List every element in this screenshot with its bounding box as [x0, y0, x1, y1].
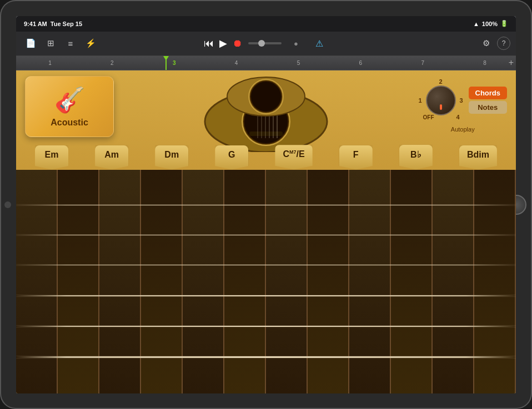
chord-em-label: Em: [35, 145, 68, 170]
playhead: [165, 56, 167, 70]
chord-cm7e-label: CM7/E: [275, 145, 312, 169]
tick-1: 1: [19, 60, 81, 66]
tick-7: 7: [392, 60, 454, 66]
play-button[interactable]: ▶: [219, 37, 227, 49]
chord-bdim-label: Bdim: [459, 145, 497, 170]
knob-indicator: [440, 104, 442, 110]
metronome-button[interactable]: ⚠: [310, 34, 328, 52]
playhead-arrow: [163, 56, 169, 60]
chord-key-am[interactable]: Am: [95, 145, 128, 170]
chord-key-dm[interactable]: Dm: [155, 145, 188, 170]
toolbar-left: 📄 ⊞ ≡ ⚡: [22, 34, 99, 52]
volume-slider[interactable]: [248, 42, 282, 44]
string-5: [16, 326, 516, 327]
notes-button[interactable]: Notes: [469, 101, 508, 114]
tracks-button[interactable]: ≡: [62, 34, 79, 52]
autoplay-pos-off: OFF: [423, 114, 434, 120]
chord-dm-label: Dm: [155, 145, 188, 170]
svg-point-12: [250, 81, 282, 112]
chords-button[interactable]: Chords: [469, 87, 508, 99]
instrument-name: Acoustic: [51, 118, 88, 128]
string-6: [16, 356, 516, 358]
guitar-icon: 🎸: [54, 85, 85, 114]
fretboard[interactable]: [16, 170, 516, 393]
chord-key-g[interactable]: G: [215, 145, 248, 170]
record-button[interactable]: ⏺: [233, 38, 243, 49]
status-left: 9:41 AM Tue Sep 15: [24, 21, 82, 27]
autoplay-pos-2: 2: [439, 78, 442, 85]
autoplay-label: Autoplay: [451, 126, 475, 133]
chord-g-label: G: [215, 145, 248, 170]
chord-key-bb[interactable]: B♭: [399, 145, 433, 170]
autoplay-controls-row: 2 1 3 OFF 4 Chords Notes: [419, 78, 508, 123]
status-right: ▲ 100% 🔋: [473, 20, 508, 27]
toolbar-right: ⚙ ?: [477, 34, 510, 52]
autoplay-pos-4: 4: [456, 114, 459, 120]
mixer-button[interactable]: ⚡: [82, 34, 99, 52]
chord-bb-label: B♭: [399, 145, 433, 170]
chord-key-f[interactable]: F: [339, 145, 373, 170]
instrument-area: 🎸 Acoustic: [16, 70, 516, 143]
chords-row: Em Am Dm G CM7/E F B♭: [16, 145, 516, 170]
new-button[interactable]: 📄: [22, 34, 39, 52]
battery: 100%: [482, 21, 498, 27]
date: Tue Sep 15: [51, 21, 82, 27]
add-track-button[interactable]: +: [509, 58, 514, 68]
chord-am-label: Am: [95, 145, 128, 170]
tick-2: 2: [81, 60, 143, 66]
transport-controls: ⏮ ▶ ⏺ ● ⚠: [204, 34, 328, 52]
main-content: 🎸 Acoustic: [16, 70, 516, 393]
status-bar: 9:41 AM Tue Sep 15 ▲ 100% 🔋: [16, 16, 516, 32]
autoplay-pos-1: 1: [419, 97, 422, 104]
chord-f-label: F: [339, 145, 373, 170]
autoplay-knob[interactable]: [426, 85, 456, 115]
autoplay-area: 2 1 3 OFF 4 Chords Notes: [419, 78, 508, 133]
autoplay-pos-3: 3: [459, 97, 463, 104]
guitar-svg: [194, 66, 338, 152]
string-4: [16, 295, 516, 296]
strings-container: [16, 170, 516, 393]
string-2: [16, 235, 516, 235]
chord-key-bdim[interactable]: Bdim: [459, 145, 497, 170]
view-button[interactable]: ⊞: [42, 34, 59, 52]
guitar-body: [188, 65, 344, 154]
instrument-tile[interactable]: 🎸 Acoustic: [25, 76, 114, 137]
string-3: [16, 265, 516, 265]
chord-key-cm7e[interactable]: CM7/E: [275, 145, 312, 169]
volume-thumb: [258, 40, 265, 47]
svg-rect-4: [249, 132, 283, 136]
left-sensor: [4, 201, 11, 208]
tick-8: 8: [454, 60, 516, 66]
string-1: [16, 205, 516, 205]
toolbar: 📄 ⊞ ≡ ⚡ ⏮ ▶ ⏺ ● ⚠ ⚙ ?: [16, 32, 516, 56]
time: 9:41 AM: [24, 21, 47, 27]
ipad-screen: 9:41 AM Tue Sep 15 ▲ 100% 🔋 📄 ⊞ ≡ ⚡ ⏮ ▶ …: [16, 16, 516, 393]
settings-button[interactable]: ⚙: [477, 34, 495, 52]
battery-icon: 🔋: [500, 20, 508, 27]
chord-key-em[interactable]: Em: [35, 145, 68, 170]
autoplay-knob-container: 2 1 3 OFF 4: [419, 78, 463, 123]
ipad-frame: 9:41 AM Tue Sep 15 ▲ 100% 🔋 📄 ⊞ ≡ ⚡ ⏮ ▶ …: [0, 0, 532, 409]
volume-icon: ●: [287, 34, 305, 52]
chord-notes-buttons: Chords Notes: [469, 87, 508, 114]
rewind-button[interactable]: ⏮: [204, 38, 214, 49]
help-button[interactable]: ?: [497, 37, 510, 50]
wifi-icon: ▲: [473, 21, 479, 27]
